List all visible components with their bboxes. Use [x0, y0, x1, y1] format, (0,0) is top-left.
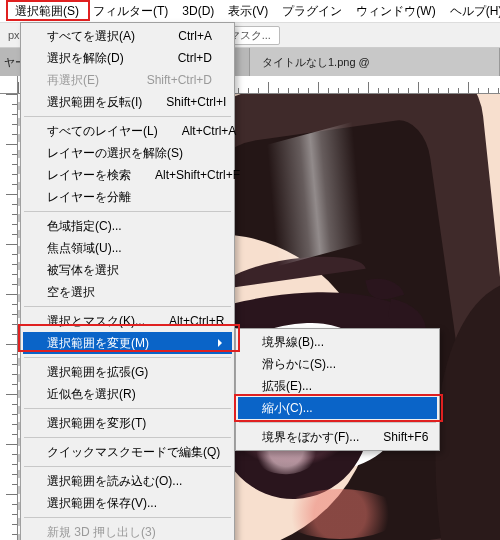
select-menu-item-3[interactable]: 選択範囲を反転(I)Shift+Ctrl+I — [23, 91, 232, 113]
menu-item-label: 縮小(C)... — [262, 400, 313, 417]
menu-item-label: 拡張(E)... — [262, 378, 312, 395]
select-menu-item-6[interactable]: レイヤーの選択を解除(S) — [23, 142, 232, 164]
select-menu-separator — [24, 517, 231, 518]
select-menu-item-16[interactable]: 選択範囲を変更(M) — [23, 332, 232, 354]
menu-item-label: 選択範囲を拡張(G) — [47, 364, 148, 381]
menu-filter[interactable]: フィルター(T) — [86, 1, 175, 22]
modify-selection-submenu: 境界線(B)...滑らかに(S)...拡張(E)...縮小(C)...境界をぼか… — [235, 328, 440, 451]
menu-item-label: 近似色を選択(R) — [47, 386, 136, 403]
select-menu-item-5[interactable]: すべてのレイヤー(L)Alt+Ctrl+A — [23, 120, 232, 142]
menu-item-label: 選択とマスク(K)... — [47, 313, 145, 330]
menu-item-label: レイヤーの選択を解除(S) — [47, 145, 183, 162]
select-menu-item-7[interactable]: レイヤーを検索Alt+Shift+Ctrl+F — [23, 164, 232, 186]
menu-item-label: 選択範囲を変更(M) — [47, 335, 149, 352]
menu-item-label: 空を選択 — [47, 284, 95, 301]
menu-item-label: 被写体を選択 — [47, 262, 119, 279]
modify-submenu-item-1[interactable]: 滑らかに(S)... — [238, 353, 437, 375]
menu-item-label: 選択範囲を保存(V)... — [47, 495, 157, 512]
app-menubar: 選択範囲(S) フィルター(T) 3D(D) 表示(V) プラグイン ウィンドウ… — [0, 0, 500, 22]
select-menu-separator — [24, 306, 231, 307]
select-menu-item-15[interactable]: 選択とマスク(K)...Alt+Ctrl+R — [23, 310, 232, 332]
menu-item-label: 滑らかに(S)... — [262, 356, 336, 373]
select-menu-item-28: 新規 3D 押し出し(3) — [23, 521, 232, 540]
menu-item-shortcut: Shift+Ctrl+I — [142, 95, 226, 109]
menu-select[interactable]: 選択範囲(S) — [8, 1, 86, 22]
select-menu-separator — [24, 466, 231, 467]
menu-view[interactable]: 表示(V) — [221, 1, 275, 22]
menu-item-shortcut: Alt+Ctrl+A — [158, 124, 237, 138]
px-label: px — [8, 29, 20, 41]
select-menu-item-18[interactable]: 選択範囲を拡張(G) — [23, 361, 232, 383]
menu-item-label: 色域指定(C)... — [47, 218, 122, 235]
menu-plugin[interactable]: プラグイン — [275, 1, 349, 22]
menu-help[interactable]: ヘルプ(H) — [443, 1, 500, 22]
select-menu-item-21[interactable]: 選択範囲を変形(T) — [23, 412, 232, 434]
select-menu-separator — [24, 211, 231, 212]
menu-item-shortcut: Ctrl+D — [154, 51, 212, 65]
modify-submenu-item-2[interactable]: 拡張(E)... — [238, 375, 437, 397]
menu-item-label: 選択範囲を変形(T) — [47, 415, 146, 432]
menu-item-shortcut: Alt+Shift+Ctrl+F — [131, 168, 240, 182]
select-menu-item-25[interactable]: 選択範囲を読み込む(O)... — [23, 470, 232, 492]
menu-item-label: 境界をぼかす(F)... — [262, 429, 359, 446]
select-menu-item-1[interactable]: 選択を解除(D)Ctrl+D — [23, 47, 232, 69]
select-menu-item-12[interactable]: 被写体を選択 — [23, 259, 232, 281]
menu-3d[interactable]: 3D(D) — [175, 2, 221, 20]
menu-item-shortcut: Ctrl+A — [154, 29, 212, 43]
modify-submenu-separator — [239, 422, 436, 423]
select-menu-item-8[interactable]: レイヤーを分離 — [23, 186, 232, 208]
modify-submenu-item-3[interactable]: 縮小(C)... — [238, 397, 437, 419]
menu-item-shortcut: Shift+Ctrl+D — [123, 73, 212, 87]
select-menu-item-23[interactable]: クイックマスクモードで編集(Q) — [23, 441, 232, 463]
menu-item-label: すべてのレイヤー(L) — [47, 123, 158, 140]
menu-item-shortcut: Alt+Ctrl+R — [145, 314, 224, 328]
menu-item-label: 境界線(B)... — [262, 334, 324, 351]
select-menu-item-26[interactable]: 選択範囲を保存(V)... — [23, 492, 232, 514]
menu-item-label: 新規 3D 押し出し(3) — [47, 524, 156, 541]
menu-item-label: 再選択(E) — [47, 72, 99, 89]
select-menu-item-2: 再選択(E)Shift+Ctrl+D — [23, 69, 232, 91]
modify-submenu-item-5[interactable]: 境界をぼかす(F)...Shift+F6 — [238, 426, 437, 448]
select-menu-separator — [24, 116, 231, 117]
select-menu-item-10[interactable]: 色域指定(C)... — [23, 215, 232, 237]
menu-item-label: 選択を解除(D) — [47, 50, 124, 67]
select-menu-separator — [24, 408, 231, 409]
modify-submenu-item-0[interactable]: 境界線(B)... — [238, 331, 437, 353]
menu-item-shortcut: Shift+F6 — [359, 430, 428, 444]
select-menu-item-11[interactable]: 焦点領域(U)... — [23, 237, 232, 259]
menu-item-label: レイヤーを分離 — [47, 189, 131, 206]
select-menu-item-0[interactable]: すべてを選択(A)Ctrl+A — [23, 25, 232, 47]
ruler-corner — [0, 76, 18, 94]
ruler-vertical — [0, 94, 18, 540]
menu-item-label: すべてを選択(A) — [47, 28, 135, 45]
select-menu-item-19[interactable]: 近似色を選択(R) — [23, 383, 232, 405]
select-menu-separator — [24, 437, 231, 438]
menu-item-label: 選択範囲を反転(I) — [47, 94, 142, 111]
document-tab-2[interactable]: タイトルなし1.png @ — [250, 48, 500, 76]
menu-window[interactable]: ウィンドウ(W) — [349, 1, 442, 22]
menu-item-label: クイックマスクモードで編集(Q) — [47, 444, 220, 461]
select-menu-separator — [24, 357, 231, 358]
menu-item-label: レイヤーを検索 — [47, 167, 131, 184]
menu-item-label: 選択範囲を読み込む(O)... — [47, 473, 182, 490]
select-menu-dropdown: すべてを選択(A)Ctrl+A選択を解除(D)Ctrl+D再選択(E)Shift… — [20, 22, 235, 540]
menu-item-label: 焦点領域(U)... — [47, 240, 122, 257]
select-menu-item-13[interactable]: 空を選択 — [23, 281, 232, 303]
